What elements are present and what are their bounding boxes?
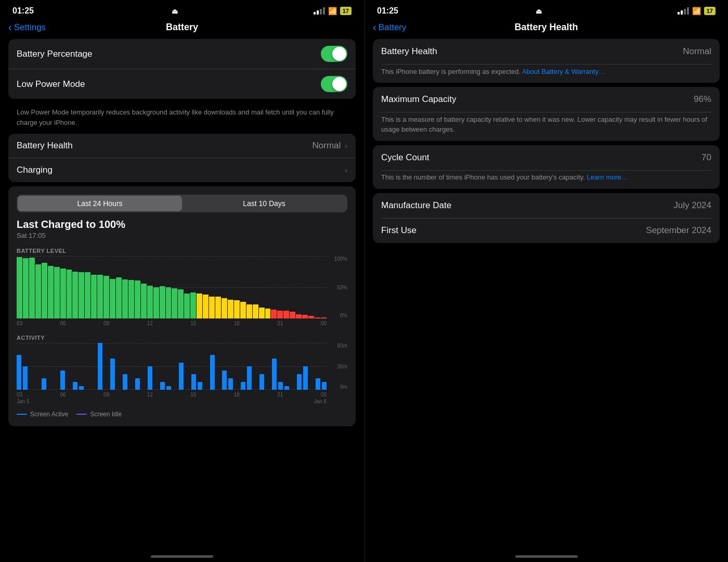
battery-bar-7 <box>60 269 66 318</box>
activity-bar-17 <box>123 374 127 390</box>
x-label-15: 15 <box>190 321 196 326</box>
signal-bars-left <box>314 7 325 15</box>
battery-bar-25 <box>172 288 177 318</box>
battery-bar-34 <box>228 300 233 318</box>
legend-screen-active: Screen Active <box>17 411 68 418</box>
chart-legend: Screen Active Screen Idle <box>17 411 347 418</box>
max-capacity-label: Maximum Capacity <box>381 94 457 105</box>
battery-bar-8 <box>67 270 72 318</box>
activity-bar-29 <box>198 382 202 390</box>
battery-bar-46 <box>302 315 308 318</box>
learn-more-link[interactable]: Learn more… <box>587 173 628 181</box>
legend-idle-color <box>76 414 87 415</box>
signal-bar-3 <box>320 9 322 15</box>
charging-row[interactable]: Charging › <box>8 158 356 182</box>
activity-bar-1 <box>23 366 28 390</box>
ax-15: 15 <box>190 392 196 398</box>
battery-bar-6 <box>54 267 60 318</box>
battery-bar-21 <box>147 286 153 318</box>
left-panel: 01:25 ⏏ 📶 17 ‹ Settings Battery Batt <box>0 0 364 562</box>
ax-03: 03 <box>17 392 22 398</box>
activity-bar-7 <box>60 371 65 390</box>
battery-health-info-label: Battery Health <box>381 46 437 57</box>
back-label-left: Settings <box>14 22 46 33</box>
battery-bar-42 <box>277 311 283 318</box>
battery-level-right: 17 <box>707 8 713 14</box>
first-use-value: September 2024 <box>646 225 711 236</box>
y-label-0: 0% <box>340 313 347 318</box>
battery-bar-20 <box>141 284 147 318</box>
segment-10d[interactable]: Last 10 Days <box>182 196 346 211</box>
chevron-charging: › <box>345 166 347 174</box>
back-arrow-left: ‹ <box>8 21 12 33</box>
battery-bar-37 <box>246 304 252 318</box>
activity-bar-37 <box>247 366 252 390</box>
segment-control[interactable]: Last 24 Hours Last 10 Days <box>17 195 347 212</box>
low-power-mode-toggle[interactable] <box>321 76 347 92</box>
activity-bar-42 <box>278 382 283 390</box>
battery-bar-36 <box>240 302 246 318</box>
battery-bar-43 <box>283 311 289 318</box>
battery-percentage-row[interactable]: Battery Percentage <box>8 39 356 69</box>
status-bar-right: 01:25 ⏏ 📶 17 <box>365 0 728 20</box>
wifi-icon-left: 📶 <box>328 7 337 15</box>
charging-right: › <box>345 166 347 174</box>
battery-percentage-toggle[interactable] <box>321 46 347 62</box>
x-label-12: 12 <box>147 321 153 326</box>
activity-bar-26 <box>179 363 184 390</box>
first-use-row: First Use September 2024 <box>373 218 720 243</box>
content-left: Battery Percentage Low Power Mode Low Po… <box>0 39 364 549</box>
ax-12: 12 <box>147 392 153 398</box>
x-label-21: 21 <box>277 321 283 326</box>
activity-bar-43 <box>284 386 289 390</box>
chart-section: Last 24 Hours Last 10 Days Last Charged … <box>8 186 356 426</box>
battery-bar-22 <box>153 287 159 318</box>
battery-indicator-left: 17 <box>340 7 352 15</box>
signal-bar-1 <box>314 12 316 15</box>
cycle-count-value: 70 <box>701 152 711 163</box>
segment-24h-label: Last 24 Hours <box>77 199 122 208</box>
battery-chart-area: 100% 50% 0% <box>17 256 347 318</box>
activity-bar-36 <box>241 382 245 390</box>
back-button-right[interactable]: ‹ Battery <box>373 21 407 33</box>
battery-bar-3 <box>35 264 41 318</box>
max-capacity-value: 96% <box>694 94 711 105</box>
activity-bar-23 <box>160 382 165 390</box>
battery-bar-27 <box>184 293 190 318</box>
ax-09: 09 <box>103 392 109 398</box>
y-label-100: 100% <box>334 256 347 262</box>
rsignal-bar-1 <box>678 12 680 15</box>
battery-bar-19 <box>135 280 140 318</box>
activity-bar-21 <box>148 366 152 390</box>
manufacture-date-value: July 2024 <box>673 200 711 211</box>
ax-00: 00 <box>321 392 327 398</box>
back-button-left[interactable]: ‹ Settings <box>8 21 46 33</box>
segment-10d-label: Last 10 Days <box>243 199 285 208</box>
nav-bar-left: ‹ Settings Battery <box>0 20 364 39</box>
wifi-icon-right: 📶 <box>692 7 701 15</box>
battery-bar-41 <box>271 310 277 318</box>
battery-bar-10 <box>79 272 84 318</box>
activity-bar-9 <box>73 382 77 390</box>
chart-subtitle: Sat 17:05 <box>17 232 347 239</box>
low-power-mode-row[interactable]: Low Power Mode <box>8 69 356 99</box>
battery-bar-0 <box>17 257 22 318</box>
battery-bars <box>17 256 327 318</box>
battery-health-row[interactable]: Battery Health Normal › <box>8 134 356 158</box>
segment-24h[interactable]: Last 24 Hours <box>18 196 182 211</box>
battery-bar-28 <box>190 292 196 318</box>
activity-chart-area: 60m 30m 0m <box>17 343 347 390</box>
activity-bar-10 <box>79 386 84 390</box>
activity-label: ACTIVITY <box>17 335 347 341</box>
battery-warranty-link[interactable]: About Battery & Warranty… <box>522 68 605 75</box>
ay-label-30: 30m <box>337 364 347 369</box>
rsignal-bar-4 <box>687 7 689 15</box>
battery-bar-31 <box>209 297 215 318</box>
activity-x-labels: 03 06 09 12 15 18 21 00 <box>17 392 347 398</box>
status-icons-right: 📶 17 <box>678 7 716 15</box>
activity-y-labels: 60m 30m 0m <box>337 343 347 390</box>
ax-18: 18 <box>234 392 240 398</box>
max-capacity-group: Maximum Capacity 96% This is a measure o… <box>373 87 720 141</box>
cycle-count-description: This is the number of times iPhone has u… <box>373 170 720 189</box>
y-label-50: 50% <box>337 285 347 290</box>
